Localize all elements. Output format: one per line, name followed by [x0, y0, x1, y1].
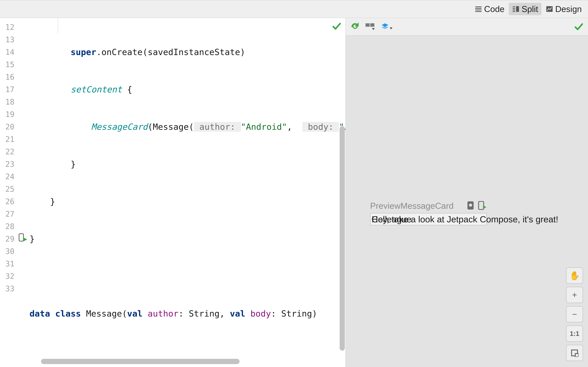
view-mode-code-button[interactable]: Code — [471, 3, 508, 15]
param-hint: body: — [302, 122, 339, 132]
preview-canvas[interactable]: PreviewMessageCard — [346, 36, 588, 367]
refresh-button[interactable] — [350, 22, 360, 31]
deploy-preview-icon[interactable] — [478, 201, 487, 210]
line-number[interactable]: 13 — [0, 33, 30, 46]
line-number[interactable]: 16 — [0, 71, 30, 83]
kw-super: super — [70, 47, 96, 57]
editor-vertical-scrollbar[interactable] — [340, 126, 345, 350]
call-setcontent: setContent — [70, 84, 122, 94]
interactive-preview-icon[interactable] — [467, 201, 474, 210]
line-number[interactable]: 22 — [0, 145, 30, 158]
svg-marker-21 — [483, 205, 486, 209]
preview-title-row: PreviewMessageCard — [370, 201, 487, 211]
svg-rect-23 — [575, 354, 579, 357]
layers-icon — [381, 22, 392, 31]
pan-button[interactable]: ✋ — [566, 267, 583, 284]
kw-val: val — [230, 309, 245, 318]
code-text: Message( — [81, 309, 127, 318]
view-mode-split-button[interactable]: Split — [509, 3, 541, 15]
line-number[interactable]: 26 — [0, 195, 30, 208]
code-text: { — [122, 84, 132, 94]
preview-status-ok-icon[interactable] — [574, 22, 583, 31]
editor-horizontal-scrollbar[interactable] — [41, 359, 240, 364]
preview-render: Colleague Hey, take a look at Jetpack Co… — [370, 213, 487, 225]
editor-gutter: 1213141516171819202122232425262728293031… — [0, 18, 30, 367]
code-text: : String, — [179, 309, 230, 318]
svg-rect-10 — [19, 234, 24, 241]
code-text: .onCreate(savedInstanceState) — [96, 47, 245, 57]
line-number[interactable]: 27 — [0, 208, 30, 220]
preview-pane: PreviewMessageCard — [346, 18, 588, 367]
string-literal: "Android" — [241, 122, 287, 132]
code-text: , — [287, 122, 302, 132]
split-container: 1213141516171819202122232425262728293031… — [0, 18, 588, 367]
svg-marker-14 — [372, 28, 375, 30]
view-mode-toolbar: Code Split Design — [0, 0, 588, 18]
preview-composable: PreviewMessageCard — [370, 201, 487, 225]
view-mode-split-label: Split — [522, 4, 538, 14]
code-text: (Message( — [148, 122, 194, 132]
line-number[interactable]: 28 — [0, 220, 30, 233]
svg-rect-13 — [370, 23, 374, 27]
app-root: Code Split Design 121314151617181 — [0, 0, 588, 367]
line-number[interactable]: 12 — [0, 21, 30, 33]
line-number[interactable]: 15 — [0, 58, 30, 71]
kw-val: val — [127, 309, 143, 318]
zoom-reset-button[interactable]: 1:1 — [566, 325, 583, 342]
line-number[interactable]: 23 — [0, 158, 30, 170]
preview-toolbar — [346, 18, 588, 36]
zoom-fit-button[interactable] — [566, 345, 583, 361]
fit-screen-icon — [571, 349, 579, 357]
svg-marker-17 — [390, 27, 392, 29]
line-number[interactable]: 18 — [0, 96, 30, 108]
code-text: } — [70, 159, 76, 169]
field-author: author — [143, 309, 179, 318]
call-messagecard: MessageCard — [91, 122, 148, 132]
zoom-in-button[interactable]: + — [566, 287, 583, 303]
line-number[interactable]: 19 — [0, 108, 30, 121]
line-number[interactable]: 17 — [0, 83, 30, 96]
editor-pane[interactable]: 1213141516171819202122232425262728293031… — [0, 18, 346, 367]
preview-text-body: Hey, take a look at Jetpack Compose, it'… — [372, 214, 558, 224]
field-body: body — [245, 309, 271, 318]
run-preview-gutter-icon[interactable] — [18, 233, 28, 245]
zoom-out-button[interactable]: − — [566, 306, 583, 322]
zoom-controls: ✋ + − 1:1 — [566, 267, 583, 361]
device-config-button[interactable] — [365, 22, 375, 31]
split-icon — [512, 5, 519, 13]
line-number[interactable]: 32 — [0, 270, 30, 283]
kw-class: class — [55, 309, 81, 318]
layers-button[interactable] — [381, 22, 392, 31]
line-number[interactable]: 21 — [0, 133, 30, 145]
inspection-ok-icon[interactable] — [332, 22, 341, 32]
line-number[interactable]: 14 — [0, 46, 30, 58]
view-mode-design-label: Design — [555, 4, 582, 14]
code-text: } — [30, 234, 35, 244]
device-config-icon — [365, 22, 375, 31]
svg-marker-11 — [23, 237, 27, 242]
preview-title: PreviewMessageCard — [370, 201, 454, 211]
svg-point-19 — [469, 204, 472, 207]
svg-marker-16 — [382, 26, 388, 29]
line-number[interactable]: 31 — [0, 258, 30, 270]
view-mode-design-button[interactable]: Design — [542, 3, 585, 15]
line-number[interactable]: 29 — [0, 233, 30, 245]
design-icon — [546, 5, 553, 13]
line-number[interactable]: 33 — [0, 283, 30, 295]
param-hint: author: — [194, 122, 241, 132]
line-number[interactable]: 24 — [0, 170, 30, 183]
refresh-icon — [350, 22, 360, 31]
editor-code[interactable]: super.onCreate(savedInstanceState) setCo… — [30, 18, 346, 367]
code-text: : String) — [271, 309, 317, 318]
line-number[interactable]: 30 — [0, 245, 30, 258]
svg-rect-12 — [365, 23, 370, 27]
svg-rect-20 — [479, 201, 484, 209]
kw-data: data — [30, 309, 50, 318]
line-number[interactable]: 25 — [0, 183, 30, 195]
code-lines-icon — [475, 5, 482, 13]
view-mode-code-label: Code — [484, 4, 504, 14]
svg-rect-8 — [516, 6, 519, 12]
line-number[interactable]: 20 — [0, 121, 30, 133]
code-text: } — [50, 197, 55, 206]
